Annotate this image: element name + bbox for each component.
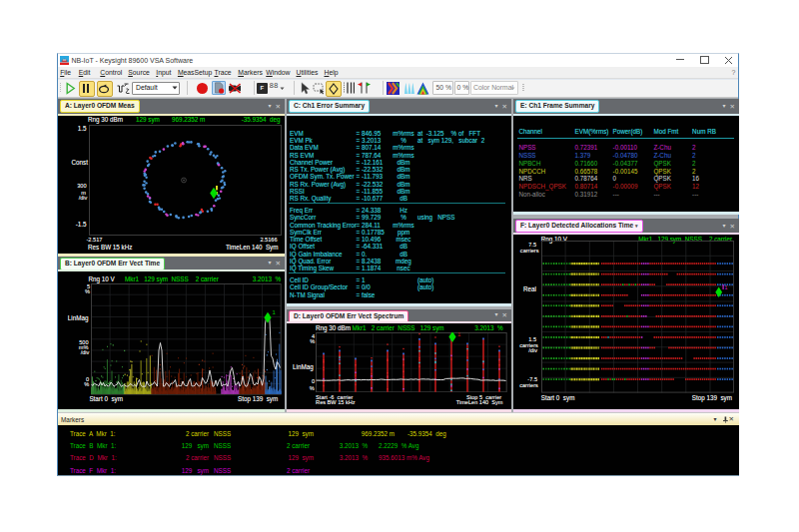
svg-text:1: 1	[724, 284, 727, 290]
svg-text:1: 1	[272, 309, 276, 315]
